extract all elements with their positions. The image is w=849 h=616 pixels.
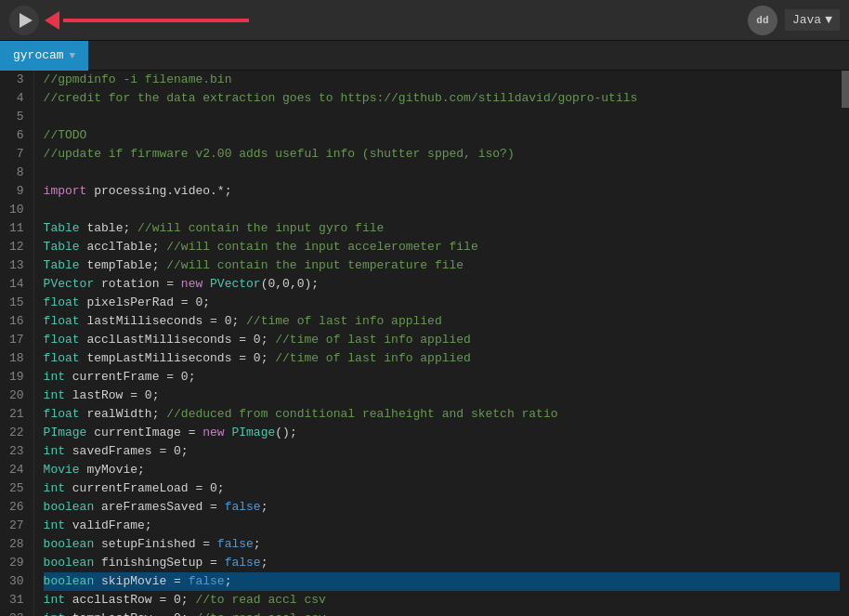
line-number: 24	[9, 461, 24, 479]
arrow-head-icon	[45, 11, 59, 30]
code-line[interactable]: boolean setupFinished = false;	[44, 535, 840, 554]
line-number: 28	[9, 535, 24, 554]
plain-token: tempTable;	[80, 258, 167, 272]
code-line[interactable]: Table table; //will contain the input gy…	[44, 219, 840, 238]
code-line[interactable]: int validFrame;	[44, 517, 840, 535]
debug-icon-button[interactable]: dd	[748, 6, 777, 35]
comment-token: //TODO	[44, 128, 87, 142]
code-line[interactable]: int lastRow = 0;	[44, 387, 840, 405]
plain-token: tempLastMilliseconds = 0;	[80, 351, 276, 365]
code-line[interactable]: //gpmdinfo -i filename.bin	[44, 71, 840, 89]
line-number: 30	[9, 572, 24, 591]
comment-token: //credit for the data extraction goes to…	[44, 91, 638, 105]
plain-token: currentImage =	[86, 426, 202, 439]
kw-float-token: float	[44, 314, 80, 328]
kw-false-token: false	[225, 556, 261, 570]
code-line[interactable]: //update if firmware v2.00 adds useful i…	[44, 145, 840, 164]
kw-new-token: new	[181, 277, 202, 291]
line-number: 8	[9, 164, 24, 182]
line-number: 4	[9, 89, 24, 108]
line-number: 13	[9, 256, 24, 275]
kw-float-token: float	[44, 351, 80, 365]
line-number: 26	[9, 498, 24, 517]
kw-new-token: new	[202, 426, 224, 439]
play-button[interactable]	[9, 6, 39, 35]
code-line[interactable]: int savedFrames = 0;	[44, 442, 840, 461]
code-line[interactable]: int acclLastRow = 0; //to read accl csv	[44, 591, 840, 609]
kw-import-token: import	[44, 184, 87, 198]
plain-token: ;	[225, 574, 232, 588]
kw-float-token: float	[44, 333, 80, 347]
kw-int-token: int	[44, 611, 65, 616]
plain-token: myMovie;	[80, 463, 145, 477]
plain-token: validFrame;	[65, 518, 152, 532]
plain-token: ();	[275, 426, 296, 439]
plain-token: currentFrame = 0;	[65, 370, 195, 384]
code-line[interactable]: float acclLastMilliseconds = 0; //time o…	[44, 331, 840, 349]
line-number: 14	[9, 275, 24, 294]
kw-int-token: int	[44, 444, 65, 458]
kw-int-token: int	[44, 593, 65, 607]
line-number: 12	[9, 238, 24, 256]
line-number: 7	[9, 145, 24, 164]
language-selector[interactable]: Java ▼	[785, 9, 840, 31]
code-line[interactable]: PVector rotation = new PVector(0,0,0);	[44, 275, 840, 294]
arrow-line	[63, 19, 249, 22]
kw-float-token: float	[44, 295, 80, 309]
plain-token: ;	[254, 537, 261, 551]
kw-int-token: int	[44, 388, 65, 402]
top-right-controls: dd Java ▼	[748, 6, 840, 35]
code-line[interactable]: boolean skipMovie = false;	[44, 572, 840, 591]
plain-token: pixelsPerRad = 0;	[80, 295, 210, 309]
code-line[interactable]: boolean finishingSetup = false;	[44, 554, 840, 572]
code-line[interactable]: boolean areFramesSaved = false;	[44, 498, 840, 517]
arrow-shape	[45, 11, 249, 30]
scrollbar-thumb[interactable]	[842, 71, 849, 108]
kw-table-token: Table	[44, 258, 80, 272]
code-content[interactable]: //gpmdinfo -i filename.bin//credit for t…	[34, 71, 849, 616]
kw-int-token: int	[44, 370, 65, 384]
tab-gyrocam[interactable]: gyrocam ▼	[0, 41, 88, 71]
comment-token: //will contain the input accelerometer f…	[166, 240, 477, 254]
code-line[interactable]: float lastMilliseconds = 0; //time of la…	[44, 312, 840, 331]
line-number: 9	[9, 182, 24, 201]
line-number: 10	[9, 201, 24, 219]
code-line[interactable]: import processing.video.*;	[44, 182, 840, 201]
kw-pvector-token: PVector	[210, 277, 261, 291]
kw-pimage-token: PImage	[231, 426, 275, 439]
line-number: 31	[9, 591, 24, 609]
code-line[interactable]	[44, 164, 840, 182]
code-line[interactable]	[44, 108, 840, 126]
plain-token: skipMovie =	[94, 574, 188, 588]
plain-token: rotation =	[94, 277, 181, 291]
line-number: 22	[9, 424, 24, 442]
code-line[interactable]: float tempLastMilliseconds = 0; //time o…	[44, 349, 840, 368]
code-line[interactable]: Table tempTable; //will contain the inpu…	[44, 256, 840, 275]
code-area: 3456789101112131415161718192021222324252…	[0, 71, 849, 616]
tab-dropdown-icon[interactable]: ▼	[70, 50, 76, 61]
line-number: 27	[9, 517, 24, 535]
language-label: Java	[792, 13, 821, 27]
plain-token: acclTable;	[80, 240, 167, 254]
line-number: 5	[9, 108, 24, 126]
code-line[interactable]: //credit for the data extraction goes to…	[44, 89, 840, 108]
top-bar: dd Java ▼	[0, 0, 849, 41]
code-line[interactable]	[44, 201, 840, 219]
plain-token: savedFrames = 0;	[65, 444, 189, 458]
code-line[interactable]: int currentFrameLoad = 0;	[44, 479, 840, 498]
kw-int-token: int	[44, 481, 65, 495]
plain-token: processing.video.*;	[86, 184, 231, 198]
code-line[interactable]: float realWidth; //deduced from conditio…	[44, 405, 840, 424]
comment-token: //update if firmware v2.00 adds useful i…	[44, 147, 515, 161]
line-number: 16	[9, 312, 24, 331]
code-line[interactable]: PImage currentImage = new PImage();	[44, 424, 840, 442]
code-line[interactable]: //TODO	[44, 126, 840, 145]
dropdown-arrow-icon: ▼	[825, 13, 832, 27]
code-line[interactable]: Table acclTable; //will contain the inpu…	[44, 238, 840, 256]
code-line[interactable]: int currentFrame = 0;	[44, 368, 840, 387]
code-line[interactable]: int tempLastRow = 0; //to read accl csv	[44, 609, 840, 616]
code-line[interactable]: float pixelsPerRad = 0;	[44, 294, 840, 312]
code-line[interactable]: Movie myMovie;	[44, 461, 840, 479]
comment-token: //will contain the input gyro file	[137, 221, 384, 235]
tab-bar: gyrocam ▼	[0, 41, 849, 71]
